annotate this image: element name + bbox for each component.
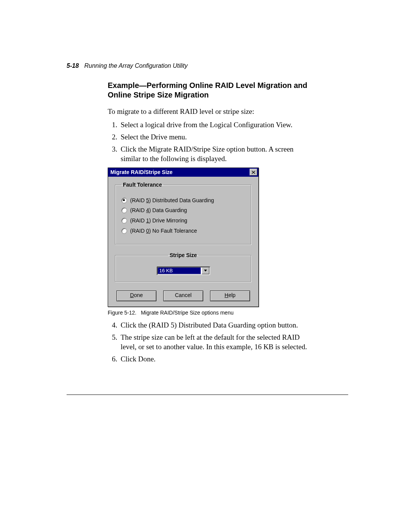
stripe-size-dropdown[interactable]: 16 KB	[157, 267, 210, 275]
done-button[interactable]: Done	[116, 291, 156, 301]
step-item: Click Done.	[119, 354, 315, 364]
step-item: The stripe size can be left at the defau…	[119, 332, 315, 352]
close-icon[interactable]	[250, 169, 257, 176]
stripe-size-value: 16 KB	[158, 267, 201, 274]
page-number: 5-18	[67, 62, 79, 69]
footer-rule	[67, 395, 348, 395]
dialog-button-row: Done Cancel Help	[115, 289, 252, 301]
migrate-raid-dialog: Migrate RAID/Stripe Size Fault Tolerance…	[108, 168, 259, 307]
running-title: Running the Array Configuration Utility	[84, 62, 188, 69]
step-item: Click the (RAID 5) Distributed Data Guar…	[119, 320, 315, 330]
dialog-titlebar: Migrate RAID/Stripe Size	[108, 168, 258, 177]
figure-caption: Figure 5-12. Migrate RAID/Stripe Size op…	[108, 309, 315, 316]
step-item: Select the Drive menu.	[119, 132, 315, 142]
cancel-button[interactable]: Cancel	[163, 291, 203, 301]
radio-icon	[121, 208, 127, 213]
section-heading: Example—Performing Online RAID Level Mig…	[108, 81, 315, 100]
stripe-size-legend: Stripe Size	[168, 252, 199, 259]
radio-label: (RAID 4) Data Guarding	[130, 207, 187, 214]
radio-icon	[121, 198, 127, 203]
radio-raid0[interactable]: (RAID 0) No Fault Tolerance	[121, 227, 245, 235]
fault-tolerance-legend: Fault Tolerance	[121, 181, 163, 189]
chevron-down-icon	[202, 267, 209, 274]
steps-list-part1: Select a logical drive from the Logical …	[108, 120, 315, 164]
step-item: Click the Migrate RAID/Stripe Size optio…	[119, 144, 315, 164]
radio-label: (RAID 5) Distributed Data Guarding	[130, 197, 214, 204]
intro-paragraph: To migrate to a different RAID level or …	[108, 107, 315, 117]
radio-icon	[121, 218, 127, 224]
help-button[interactable]: Help	[210, 291, 250, 301]
fault-tolerance-group: Fault Tolerance (RAID 5) Distributed Dat…	[115, 181, 252, 245]
steps-list-part2: Click the (RAID 5) Distributed Data Guar…	[108, 320, 315, 364]
radio-raid1[interactable]: (RAID 1) Drive Mirroring	[121, 217, 245, 224]
radio-label: (RAID 1) Drive Mirroring	[130, 217, 187, 224]
running-header: 5-18 Running the Array Configuration Uti…	[67, 62, 348, 70]
radio-raid4[interactable]: (RAID 4) Data Guarding	[121, 207, 245, 214]
dialog-title: Migrate RAID/Stripe Size	[110, 169, 250, 176]
step-item: Select a logical drive from the Logical …	[119, 120, 315, 130]
stripe-size-group: Stripe Size 16 KB	[115, 252, 252, 282]
radio-icon	[121, 228, 127, 234]
radio-raid5[interactable]: (RAID 5) Distributed Data Guarding	[121, 197, 245, 204]
radio-label: (RAID 0) No Fault Tolerance	[130, 227, 197, 235]
